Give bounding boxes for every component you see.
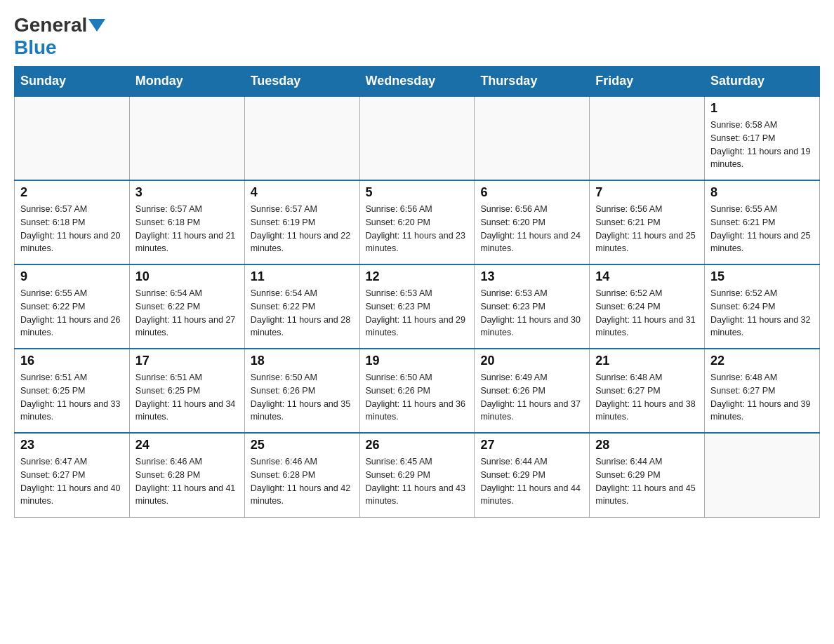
day-number: 23 [20, 438, 124, 452]
day-info: Sunrise: 6:44 AM Sunset: 6:29 PM Dayligh… [480, 455, 583, 508]
calendar-cell: 15Sunrise: 6:52 AM Sunset: 6:24 PM Dayli… [705, 264, 820, 349]
day-number: 15 [710, 269, 814, 284]
calendar-cell [590, 96, 705, 180]
day-info: Sunrise: 6:57 AM Sunset: 6:18 PM Dayligh… [135, 203, 239, 255]
calendar-cell: 18Sunrise: 6:50 AM Sunset: 6:26 PM Dayli… [244, 349, 359, 433]
day-info: Sunrise: 6:57 AM Sunset: 6:18 PM Dayligh… [20, 203, 124, 255]
day-info: Sunrise: 6:48 AM Sunset: 6:27 PM Dayligh… [710, 371, 814, 424]
day-info: Sunrise: 6:53 AM Sunset: 6:23 PM Dayligh… [480, 287, 583, 340]
logo-blue-text: Blue [14, 36, 57, 58]
week-row-3: 9Sunrise: 6:55 AM Sunset: 6:22 PM Daylig… [15, 264, 820, 349]
calendar-cell: 14Sunrise: 6:52 AM Sunset: 6:24 PM Dayli… [590, 264, 705, 349]
calendar-cell: 9Sunrise: 6:55 AM Sunset: 6:22 PM Daylig… [15, 264, 130, 349]
calendar-cell: 6Sunrise: 6:56 AM Sunset: 6:20 PM Daylig… [475, 180, 590, 264]
calendar-cell: 12Sunrise: 6:53 AM Sunset: 6:23 PM Dayli… [359, 264, 475, 349]
week-row-5: 23Sunrise: 6:47 AM Sunset: 6:27 PM Dayli… [15, 433, 820, 517]
day-header-sunday: Sunday [15, 67, 130, 97]
day-header-thursday: Thursday [475, 67, 590, 97]
calendar-cell: 5Sunrise: 6:56 AM Sunset: 6:20 PM Daylig… [359, 180, 475, 264]
logo-triangle-icon [88, 19, 105, 32]
day-header-saturday: Saturday [705, 67, 820, 97]
calendar-cell: 7Sunrise: 6:56 AM Sunset: 6:21 PM Daylig… [590, 180, 705, 264]
calendar-cell [475, 96, 590, 180]
day-header-tuesday: Tuesday [244, 67, 359, 97]
day-info: Sunrise: 6:55 AM Sunset: 6:21 PM Dayligh… [710, 203, 814, 255]
week-row-4: 16Sunrise: 6:51 AM Sunset: 6:25 PM Dayli… [15, 349, 820, 433]
day-info: Sunrise: 6:56 AM Sunset: 6:20 PM Dayligh… [366, 203, 469, 255]
logo-general-text: General [14, 14, 87, 36]
day-number: 16 [20, 354, 124, 368]
day-info: Sunrise: 6:49 AM Sunset: 6:26 PM Dayligh… [480, 371, 583, 424]
week-row-2: 2Sunrise: 6:57 AM Sunset: 6:18 PM Daylig… [15, 180, 820, 264]
day-info: Sunrise: 6:44 AM Sunset: 6:29 PM Dayligh… [595, 455, 699, 508]
calendar-cell: 20Sunrise: 6:49 AM Sunset: 6:26 PM Dayli… [475, 349, 590, 433]
day-info: Sunrise: 6:56 AM Sunset: 6:21 PM Dayligh… [595, 203, 699, 255]
day-number: 28 [595, 438, 699, 452]
day-info: Sunrise: 6:54 AM Sunset: 6:22 PM Dayligh… [251, 287, 354, 340]
day-info: Sunrise: 6:46 AM Sunset: 6:28 PM Dayligh… [135, 455, 239, 508]
calendar-cell: 17Sunrise: 6:51 AM Sunset: 6:25 PM Dayli… [129, 349, 244, 433]
day-number: 21 [595, 354, 699, 368]
day-header-friday: Friday [590, 67, 705, 97]
calendar-cell [244, 96, 359, 180]
calendar-cell: 16Sunrise: 6:51 AM Sunset: 6:25 PM Dayli… [15, 349, 130, 433]
calendar-cell: 11Sunrise: 6:54 AM Sunset: 6:22 PM Dayli… [244, 264, 359, 349]
day-info: Sunrise: 6:50 AM Sunset: 6:26 PM Dayligh… [251, 371, 354, 424]
day-info: Sunrise: 6:53 AM Sunset: 6:23 PM Dayligh… [366, 287, 469, 340]
calendar-header-row: SundayMondayTuesdayWednesdayThursdayFrid… [15, 67, 820, 97]
day-number: 12 [366, 269, 469, 284]
calendar-cell [15, 96, 130, 180]
week-row-1: 1Sunrise: 6:58 AM Sunset: 6:17 PM Daylig… [15, 96, 820, 180]
day-number: 7 [595, 185, 699, 200]
day-info: Sunrise: 6:47 AM Sunset: 6:27 PM Dayligh… [20, 455, 124, 508]
day-number: 6 [480, 185, 583, 200]
day-header-wednesday: Wednesday [359, 67, 475, 97]
calendar-cell: 22Sunrise: 6:48 AM Sunset: 6:27 PM Dayli… [705, 349, 820, 433]
day-info: Sunrise: 6:54 AM Sunset: 6:22 PM Dayligh… [135, 287, 239, 340]
calendar-cell [129, 96, 244, 180]
calendar-cell: 1Sunrise: 6:58 AM Sunset: 6:17 PM Daylig… [705, 96, 820, 180]
calendar-cell: 8Sunrise: 6:55 AM Sunset: 6:21 PM Daylig… [705, 180, 820, 264]
calendar-table: SundayMondayTuesdayWednesdayThursdayFrid… [14, 66, 820, 518]
day-number: 2 [20, 185, 124, 200]
calendar-cell: 2Sunrise: 6:57 AM Sunset: 6:18 PM Daylig… [15, 180, 130, 264]
calendar-cell: 3Sunrise: 6:57 AM Sunset: 6:18 PM Daylig… [129, 180, 244, 264]
day-info: Sunrise: 6:58 AM Sunset: 6:17 PM Dayligh… [710, 119, 814, 171]
day-number: 10 [135, 269, 239, 284]
day-number: 13 [480, 269, 583, 284]
day-number: 4 [251, 185, 354, 200]
day-number: 5 [366, 185, 469, 200]
day-info: Sunrise: 6:55 AM Sunset: 6:22 PM Dayligh… [20, 287, 124, 340]
day-info: Sunrise: 6:48 AM Sunset: 6:27 PM Dayligh… [595, 371, 699, 424]
day-number: 26 [366, 438, 469, 452]
day-number: 24 [135, 438, 239, 452]
logo: General Blue [14, 14, 107, 59]
day-info: Sunrise: 6:51 AM Sunset: 6:25 PM Dayligh… [135, 371, 239, 424]
day-number: 1 [710, 101, 814, 116]
day-number: 25 [251, 438, 354, 452]
calendar-cell: 26Sunrise: 6:45 AM Sunset: 6:29 PM Dayli… [359, 433, 475, 517]
day-number: 18 [251, 354, 354, 368]
day-number: 17 [135, 354, 239, 368]
day-info: Sunrise: 6:52 AM Sunset: 6:24 PM Dayligh… [595, 287, 699, 340]
calendar-cell: 27Sunrise: 6:44 AM Sunset: 6:29 PM Dayli… [475, 433, 590, 517]
calendar-cell: 19Sunrise: 6:50 AM Sunset: 6:26 PM Dayli… [359, 349, 475, 433]
day-info: Sunrise: 6:45 AM Sunset: 6:29 PM Dayligh… [366, 455, 469, 508]
day-number: 8 [710, 185, 814, 200]
calendar-cell: 28Sunrise: 6:44 AM Sunset: 6:29 PM Dayli… [590, 433, 705, 517]
calendar-cell: 21Sunrise: 6:48 AM Sunset: 6:27 PM Dayli… [590, 349, 705, 433]
day-number: 22 [710, 354, 814, 368]
day-info: Sunrise: 6:52 AM Sunset: 6:24 PM Dayligh… [710, 287, 814, 340]
calendar-cell: 13Sunrise: 6:53 AM Sunset: 6:23 PM Dayli… [475, 264, 590, 349]
day-number: 9 [20, 269, 124, 284]
day-number: 20 [480, 354, 583, 368]
day-info: Sunrise: 6:57 AM Sunset: 6:19 PM Dayligh… [251, 203, 354, 255]
day-number: 14 [595, 269, 699, 284]
page-header: General Blue [14, 14, 820, 59]
calendar-cell: 10Sunrise: 6:54 AM Sunset: 6:22 PM Dayli… [129, 264, 244, 349]
day-header-monday: Monday [129, 67, 244, 97]
calendar-cell [359, 96, 475, 180]
day-info: Sunrise: 6:51 AM Sunset: 6:25 PM Dayligh… [20, 371, 124, 424]
calendar-cell: 25Sunrise: 6:46 AM Sunset: 6:28 PM Dayli… [244, 433, 359, 517]
day-info: Sunrise: 6:50 AM Sunset: 6:26 PM Dayligh… [366, 371, 469, 424]
